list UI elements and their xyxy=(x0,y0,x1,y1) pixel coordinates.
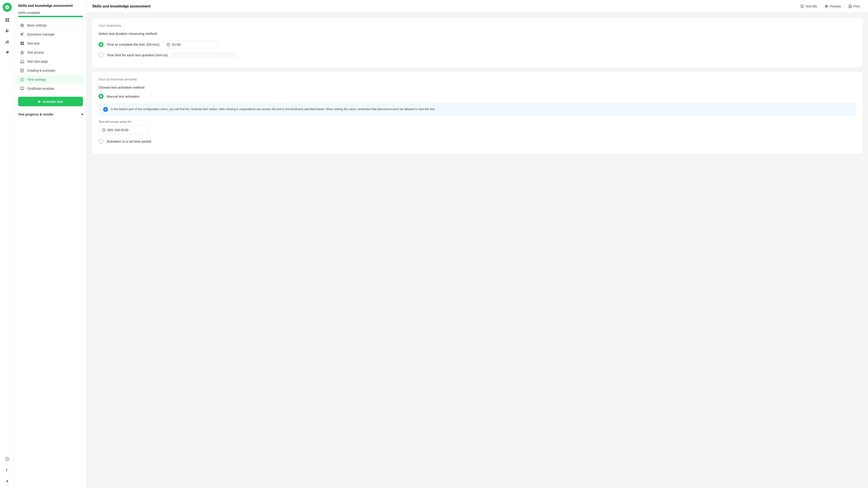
certificate-template-icon xyxy=(20,86,24,91)
activation-set-time-label: Activation in a set time period xyxy=(107,140,151,143)
duration-option-1: Time to complete the test: (hh:mm): 01:0… xyxy=(98,40,856,49)
svg-rect-17 xyxy=(22,42,24,43)
questions-manager-icon xyxy=(20,32,24,37)
svg-rect-6 xyxy=(5,41,6,43)
active-for-label: Test will remain active for xyxy=(98,120,856,123)
nav-label-test-sets: Test sets xyxy=(27,41,39,45)
test-duration-card: TEST DURATION Select test duration measu… xyxy=(92,18,863,67)
activate-test-label: Activate test xyxy=(43,100,63,103)
preview-button[interactable]: Preview xyxy=(822,3,844,10)
svg-point-26 xyxy=(826,6,827,7)
time-complete-value: 01:00 xyxy=(172,42,181,46)
print-button[interactable]: Print xyxy=(846,3,863,10)
clock-icon-2 xyxy=(102,128,105,132)
sidebar-title: Skills and knowledge assessment xyxy=(14,4,87,11)
help-icon-btn[interactable]: ? xyxy=(3,455,12,464)
nav-label-test-access: Test access xyxy=(27,51,43,54)
test-duration-label: TEST DURATION xyxy=(98,24,856,27)
users-icon-btn[interactable] xyxy=(3,26,12,35)
svg-rect-19 xyxy=(22,43,24,45)
nav-label-questions-manager: Questions manager xyxy=(27,33,55,36)
progress-section: 100% completed xyxy=(14,11,87,21)
duration-option-2: Time limit for each test question (mm:ss… xyxy=(98,53,856,57)
test-activation-card: TEST ACTIVATION OPTIONS Choose test acti… xyxy=(92,72,863,154)
duration-value: 00m 10d 00:00 xyxy=(107,128,128,132)
svg-rect-3 xyxy=(7,20,9,22)
test-activation-label: TEST ACTIVATION OPTIONS xyxy=(98,78,856,81)
svg-text:?: ? xyxy=(6,458,8,460)
time-complete-input[interactable]: 01:00 xyxy=(163,40,217,49)
test-info-label: Test info xyxy=(805,4,817,8)
nav-item-time-settings[interactable]: Time settings xyxy=(16,75,85,84)
activation-manual-label: Manual test activation xyxy=(107,94,140,98)
activation-radio-manual[interactable] xyxy=(98,94,103,99)
nav-item-test-access[interactable]: Test access xyxy=(16,48,85,57)
results-section-label: Test progress & results xyxy=(18,113,53,116)
nav-item-certificate-template[interactable]: Certificate template xyxy=(16,84,85,93)
page-title: Skills and knowledge assessment xyxy=(92,4,151,8)
print-label: Print xyxy=(853,4,860,8)
nav-item-test-sets[interactable]: Test sets xyxy=(16,39,85,48)
activate-test-button[interactable]: ▶ Activate test xyxy=(18,97,83,106)
nav-label-grading-summary: Grading & summary xyxy=(27,69,55,72)
activation-radio-set-time[interactable] xyxy=(98,139,103,144)
progress-bar-fill xyxy=(18,16,83,17)
duration-option-2-label: Time limit for each test question (mm:ss… xyxy=(107,53,168,57)
play-icon: ▶ xyxy=(38,99,41,103)
top-bar: Skills and knowledge assessment Test inf… xyxy=(87,0,868,13)
activation-info-text: In the bottom part of the configuration … xyxy=(111,107,435,112)
top-actions: Test info Preview Print xyxy=(798,3,863,10)
main-content: TEST DURATION Select test duration measu… xyxy=(87,13,868,488)
svg-rect-24 xyxy=(21,87,24,90)
duration-radio-1[interactable] xyxy=(98,42,103,47)
test-info-button[interactable]: Test info xyxy=(798,3,820,10)
time-per-question-input[interactable] xyxy=(172,53,235,57)
divider-2 xyxy=(844,4,845,9)
progress-label: 100% completed xyxy=(18,11,83,14)
nav-item-test-start-page[interactable]: Test start page xyxy=(16,57,85,66)
results-section-header[interactable]: Test progress & results ▾ xyxy=(14,110,87,119)
clock-icon-1 xyxy=(166,43,170,46)
svg-point-4 xyxy=(6,29,7,31)
chevron-down-icon: ▾ xyxy=(81,113,83,116)
svg-rect-13 xyxy=(21,33,24,33)
nav-item-questions-manager[interactable]: Questions manager xyxy=(16,30,85,39)
duration-input[interactable]: 00m 10d 00:00 xyxy=(98,126,148,134)
test-activation-subtitle: Choose test activation method: xyxy=(98,86,856,89)
duration-radio-2[interactable] xyxy=(98,53,103,57)
duration-option-1-label: Time to complete the test: (hh:mm): xyxy=(107,42,160,46)
svg-rect-1 xyxy=(7,18,9,20)
logo-button[interactable] xyxy=(3,3,12,12)
nav-item-basic-settings[interactable]: Basic settings xyxy=(16,21,85,30)
icon-bar: ? xyxy=(0,0,14,488)
test-access-icon xyxy=(20,50,24,55)
svg-rect-27 xyxy=(849,7,851,8)
activation-option-manual: Manual test activation xyxy=(98,94,856,99)
svg-rect-7 xyxy=(6,41,7,43)
svg-rect-2 xyxy=(5,20,7,22)
settings-icon-btn[interactable] xyxy=(3,48,12,57)
collapse-icon-btn[interactable] xyxy=(3,476,12,485)
back-icon-btn[interactable] xyxy=(3,465,12,475)
svg-point-12 xyxy=(22,25,23,26)
preview-label: Preview xyxy=(830,4,841,8)
test-duration-subtitle: Select test duration measuring method: xyxy=(98,32,856,35)
progress-bar-bg xyxy=(18,16,83,17)
info-icon: i xyxy=(103,107,108,112)
test-start-page-icon xyxy=(20,59,24,64)
basic-settings-icon xyxy=(20,23,24,28)
nav-item-grading-summary[interactable]: Grading & summary xyxy=(16,66,85,75)
nav-label-test-start-page: Test start page xyxy=(27,60,48,63)
analytics-icon-btn[interactable] xyxy=(3,37,12,46)
sidebar: Skills and knowledge assessment 100% com… xyxy=(14,0,87,488)
nav-label-certificate-template: Certificate template xyxy=(27,87,55,90)
svg-rect-0 xyxy=(5,18,7,20)
svg-rect-15 xyxy=(21,35,23,35)
dashboard-icon-btn[interactable] xyxy=(3,16,12,24)
activation-info-box: i In the bottom part of the configuratio… xyxy=(98,103,856,116)
time-settings-icon xyxy=(20,77,24,82)
svg-point-21 xyxy=(22,53,23,54)
svg-rect-16 xyxy=(21,42,22,43)
svg-rect-8 xyxy=(8,40,8,43)
svg-rect-14 xyxy=(21,34,23,34)
